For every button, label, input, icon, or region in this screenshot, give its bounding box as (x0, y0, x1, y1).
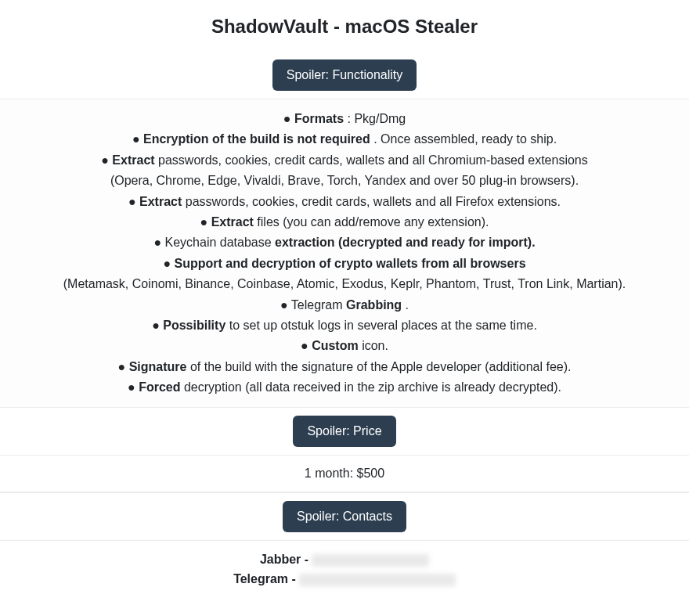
spoiler-row-functionality: Spoiler: Functionality (0, 52, 689, 99)
contact-telegram: Telegram - (0, 570, 689, 589)
feature-line: ● Telegram Grabbing . (16, 295, 673, 315)
feature-line: ● Signature of the build with the signat… (16, 357, 673, 377)
feature-line: ● Extract passwords, cookies, credit car… (16, 150, 673, 171)
feature-line: ● Keychain database extraction (decrypte… (16, 232, 673, 253)
feature-line: ● Support and decryption of crypto walle… (16, 254, 673, 274)
feature-line: ● Encryption of the build is not require… (16, 129, 673, 149)
spoiler-contacts-button[interactable]: Spoiler: Contacts (283, 501, 406, 532)
feature-line: (Opera, Chrome, Edge, Vivaldi, Brave, To… (16, 171, 673, 191)
spoiler-functionality-button[interactable]: Spoiler: Functionality (272, 59, 417, 91)
contact-jabber: Jabber - (0, 550, 689, 570)
telegram-label: Telegram - (233, 570, 296, 589)
price-content: 1 month: $500 (0, 456, 689, 492)
feature-line: ● Extract passwords, cookies, credit car… (16, 192, 673, 212)
redacted-value (299, 574, 456, 586)
contacts-content: Jabber - Telegram - (0, 541, 689, 603)
feature-line: ● Possibility to set up otstuk logs in s… (16, 315, 673, 336)
spoiler-row-price: Spoiler: Price (0, 407, 689, 456)
redacted-value (312, 554, 429, 567)
feature-line: (Metamask, Coinomi, Binance, Coinbase, A… (16, 274, 673, 294)
feature-line: ● Custom icon. (16, 336, 673, 356)
functionality-content: ● Formats : Pkg/Dmg ● Encryption of the … (0, 99, 689, 407)
jabber-label: Jabber - (260, 550, 308, 570)
page-title: ShadowVault - macOS Stealer (0, 0, 689, 52)
spoiler-price-button[interactable]: Spoiler: Price (293, 416, 395, 447)
feature-line: ● Forced decryption (all data received i… (16, 377, 673, 398)
spoiler-row-contacts: Spoiler: Contacts (0, 492, 689, 541)
feature-line: ● Formats : Pkg/Dmg (16, 109, 673, 129)
feature-line: ● Extract files (you can add/remove any … (16, 212, 673, 232)
